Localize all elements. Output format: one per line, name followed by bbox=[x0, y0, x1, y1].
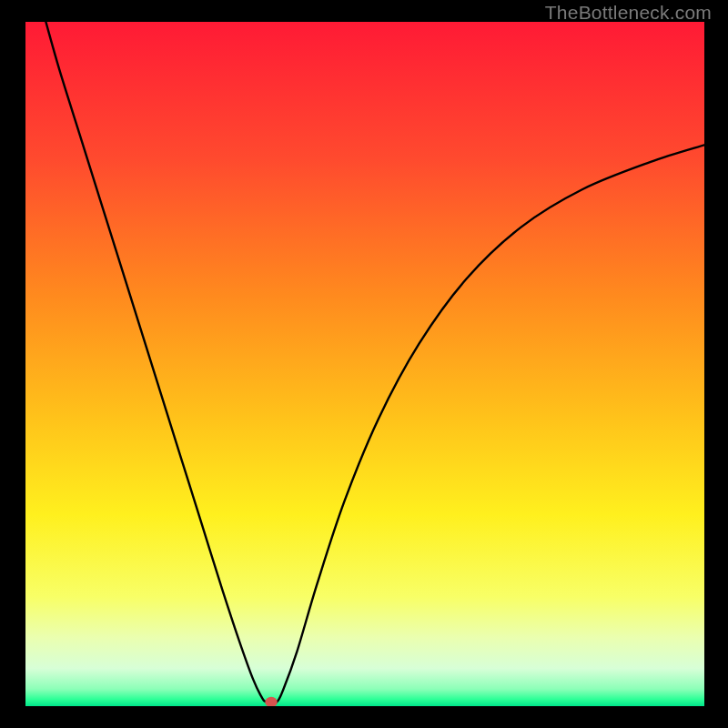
gradient-background bbox=[25, 22, 704, 706]
watermark-text: TheBottleneck.com bbox=[545, 2, 712, 24]
bottleneck-chart bbox=[25, 22, 704, 706]
chart-frame bbox=[25, 22, 704, 706]
